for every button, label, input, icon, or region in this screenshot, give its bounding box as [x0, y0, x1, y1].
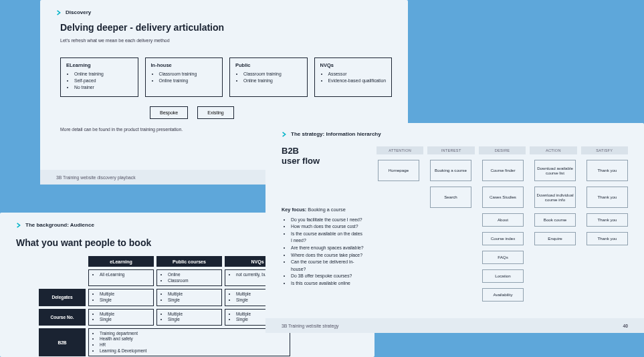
flow-node: Cases Studies [482, 187, 524, 208]
flow-node: Booking a course [430, 160, 471, 181]
flow-node: FAQs [482, 251, 524, 264]
flow-node: Search [430, 187, 471, 208]
card-item: Assessor [328, 71, 387, 78]
breadcrumb: The strategy: Information hierarchy [282, 131, 628, 137]
stage-satisfy: SATISFY [581, 146, 628, 154]
card-item: No trainer [74, 84, 132, 91]
row-header-course-no: Course No. [39, 309, 86, 326]
row-header-delegates: Delegates [39, 289, 86, 306]
button-row: Bespoke Existing [150, 106, 392, 119]
question-list: Do you facilitate the course I need? How… [282, 217, 364, 287]
card-item: Classroom training [243, 71, 302, 78]
flow-node: Download available course list [534, 160, 576, 181]
breadcrumb-label: The background: Audience [25, 222, 94, 228]
list-item: Are there enough spaces available? [291, 245, 364, 252]
subtitle: Let's refresh what we mean be each deliv… [60, 38, 392, 43]
delivery-cards: ELearning Online training Self-paced No … [60, 57, 392, 97]
list-item: Where does the course take place? [291, 252, 364, 259]
slide-footer: 3B Training website strategy 40 [265, 318, 644, 333]
flow-node: Book course [534, 213, 576, 227]
list-item: Can the course be delivered in-house? [291, 259, 364, 273]
flow-diagram: ATTENTION INTEREST DESIRE ACTION SATISFY… [377, 146, 628, 302]
strategy-left-column: B2B user flow Key focus: Booking a cours… [282, 146, 364, 302]
strategy-slide: The strategy: Information hierarchy B2B … [265, 123, 644, 333]
breadcrumb-label: The strategy: Information hierarchy [291, 131, 381, 137]
flow-node: Enquire [534, 232, 576, 245]
page-title: Delving deeper - delivery articulation [60, 22, 392, 33]
card-elearning: ELearning Online training Self-paced No … [60, 57, 138, 97]
flow-node: Thank you [586, 213, 628, 227]
chevron-right-icon [56, 10, 62, 15]
list-item: Is the course available on the dates I n… [291, 231, 364, 245]
page-number: 40 [623, 324, 628, 328]
flow-heading: B2B user flow [282, 146, 364, 166]
flow-node: About [482, 213, 524, 227]
card-item: Online training [74, 71, 132, 78]
col-header-elearning: eLearning [88, 256, 154, 267]
card-item: Online training [243, 78, 302, 84]
table-cell: All eLearning [88, 269, 154, 286]
chevron-right-icon [16, 223, 21, 228]
table-cell: MultipleSingle [88, 289, 154, 306]
stage-interest: INTEREST [427, 146, 474, 154]
card-nvqs: NVQs Assessor Evidence-based qualificati… [314, 57, 393, 97]
flow-node: Thank you [586, 232, 628, 245]
card-item: Classroom training [159, 71, 217, 78]
flow-node: Course finder [482, 160, 524, 181]
card-item: Evidence-based qualification [328, 78, 387, 84]
row-header-b2b: B2B [39, 328, 86, 357]
card-public: Public Classroom training Online trainin… [229, 57, 308, 97]
table-cell: MultipleSingle [88, 309, 154, 326]
card-title: In-house [151, 62, 217, 68]
list-item: How much does the course cost? [291, 223, 364, 231]
flow-node: Availability [482, 288, 524, 302]
list-item: Do you facilitate the course I need? [291, 217, 364, 224]
key-focus: Key focus: Booking a course [282, 207, 364, 213]
card-title: ELearning [66, 62, 132, 68]
stage-desire: DESIRE [479, 146, 526, 154]
flow-node: Course index [482, 232, 524, 245]
list-item: Is this course available online [291, 280, 364, 287]
card-title: NVQs [320, 62, 387, 68]
flow-node: Download individual course info [534, 187, 576, 208]
table-cell: MultipleSingle [156, 309, 222, 326]
table-cell: Training department Health and safety HR… [88, 328, 290, 357]
footer-label: 3B Training website discovery playback [56, 175, 136, 180]
card-title: Public [235, 62, 302, 68]
card-inhouse: In-house Classroom training Online train… [145, 57, 223, 97]
list-item: Do 3B offer bespoke courses? [291, 273, 364, 280]
card-item: Self-paced [74, 78, 132, 84]
flow-node: Location [482, 269, 524, 283]
existing-button[interactable]: Existing [197, 106, 234, 119]
breadcrumb: Discovery [56, 9, 392, 15]
flow-node: Homepage [378, 160, 419, 181]
stage-action: ACTION [530, 146, 576, 154]
footer-label: 3B Training website strategy [282, 324, 338, 328]
chevron-right-icon [282, 132, 287, 137]
stage-attention: ATTENTION [377, 146, 423, 154]
bespoke-button[interactable]: Bespoke [150, 106, 188, 119]
flow-node: Thank you [586, 187, 628, 208]
col-header-public: Public courses [156, 256, 222, 267]
card-item: Online training [159, 78, 217, 84]
table-cell: MultipleSingle [156, 289, 222, 306]
breadcrumb-label: Discovery [66, 9, 91, 15]
flow-node: Thank you [586, 160, 628, 181]
table-cell: OnlineClassroom [156, 269, 222, 286]
